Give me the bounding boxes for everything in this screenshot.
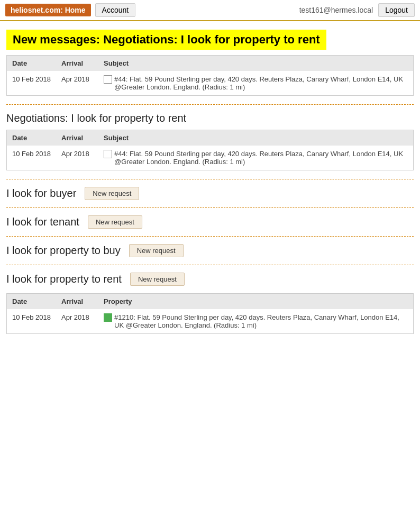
tenant-new-request-button[interactable]: New request (88, 215, 142, 229)
row-arrival: Apr 2018 (56, 71, 98, 96)
new-messages-table-wrapper: Date Arrival Subject 10 Feb 2018 Apr 201… (6, 55, 414, 96)
col-date-rent: Date (7, 294, 57, 310)
col-subject-neg: Subject (98, 130, 413, 146)
rent-title: I look for property to rent (6, 273, 122, 285)
buyer-section: I look for buyer New request (6, 187, 414, 200)
rent-section: I look for property to rent New request … (0, 273, 420, 334)
row-subject[interactable]: #44: Flat. 59 Pound Sterling per day, 42… (98, 146, 413, 170)
row-property[interactable]: #1210: Flat. 59 Pound Sterling per day, … (98, 309, 413, 334)
divider-5 (6, 265, 414, 265)
user-email: test161@hermes.local (299, 6, 373, 14)
negotiations-section: Negotiations: I look for property to ren… (0, 112, 420, 170)
table-row: 10 Feb 2018 Apr 2018 #1210: Flat. 59 Pou… (7, 309, 414, 334)
row-date: 10 Feb 2018 (7, 146, 57, 170)
divider-3 (6, 207, 414, 208)
logout-button[interactable]: Logout (378, 3, 415, 17)
col-date-nm: Date (7, 56, 57, 71)
property-link[interactable]: #1210: Flat. 59 Pound Sterling per day, … (114, 313, 408, 329)
header: heliosnet.com: Home Account test161@herm… (0, 0, 420, 21)
table-row: 10 Feb 2018 Apr 2018 #44: Flat. 59 Pound… (7, 71, 414, 96)
negotiations-table: Date Arrival Subject 10 Feb 2018 Apr 201… (6, 130, 414, 170)
new-messages-table: Date Arrival Subject 10 Feb 2018 Apr 201… (6, 55, 414, 96)
buy-title: I look for property to buy (6, 245, 121, 257)
buyer-new-request-button[interactable]: New request (85, 187, 139, 200)
green-square-icon (104, 313, 112, 322)
subject-link[interactable]: #44: Flat. 59 Pound Sterling per day, 42… (114, 150, 408, 166)
brand-link[interactable]: heliosnet.com: Home (5, 4, 91, 16)
new-messages-title: New messages: Negotiations: I look for p… (6, 30, 326, 50)
table-row: 10 Feb 2018 Apr 2018 #44: Flat. 59 Pound… (7, 146, 414, 170)
subject-link[interactable]: #44: Flat. 59 Pound Sterling per day, 42… (114, 75, 408, 91)
account-button[interactable]: Account (95, 3, 136, 17)
tenant-title: I look for tenant (6, 216, 79, 228)
row-date: 10 Feb 2018 (7, 309, 57, 334)
buy-section: I look for property to buy New request (6, 244, 414, 257)
rent-table-header: Date Arrival Property (7, 294, 414, 310)
col-arrival-neg: Arrival (56, 130, 98, 146)
negotiations-title: Negotiations: I look for property to ren… (6, 112, 414, 124)
buyer-title: I look for buyer (6, 187, 76, 200)
new-messages-table-header: Date Arrival Subject (7, 56, 414, 71)
rent-table-wrapper: Date Arrival Property 10 Feb 2018 Apr 20… (6, 293, 414, 334)
row-arrival: Apr 2018 (56, 146, 98, 170)
rent-table: Date Arrival Property 10 Feb 2018 Apr 20… (6, 293, 414, 334)
col-arrival-rent: Arrival (56, 294, 98, 310)
row-arrival: Apr 2018 (56, 309, 98, 334)
negotiations-table-wrapper: Date Arrival Subject 10 Feb 2018 Apr 201… (6, 130, 414, 170)
checkbox-icon[interactable] (104, 150, 112, 158)
negotiations-table-header: Date Arrival Subject (7, 130, 414, 146)
tenant-section: I look for tenant New request (6, 215, 414, 229)
buy-new-request-button[interactable]: New request (129, 244, 184, 257)
row-date: 10 Feb 2018 (7, 71, 57, 96)
col-property-rent: Property (98, 294, 413, 310)
divider-1 (6, 104, 414, 105)
new-messages-section: New messages: Negotiations: I look for p… (0, 21, 420, 96)
checkbox-icon[interactable] (104, 75, 112, 84)
divider-4 (6, 236, 414, 237)
rent-new-request-button[interactable]: New request (130, 273, 185, 286)
rent-section-header-row: I look for property to rent New request (6, 273, 414, 286)
col-arrival-nm: Arrival (56, 56, 98, 71)
divider-2 (6, 179, 414, 179)
col-date-neg: Date (7, 130, 57, 146)
row-subject[interactable]: #44: Flat. 59 Pound Sterling per day, 42… (98, 71, 413, 96)
col-subject-nm: Subject (98, 56, 413, 71)
